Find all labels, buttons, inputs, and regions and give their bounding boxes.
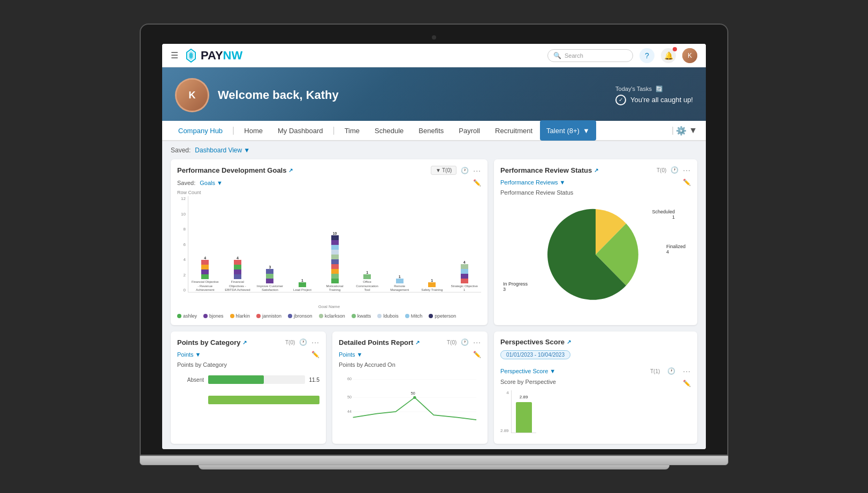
review-more-icon[interactable]: ··· <box>683 166 691 174</box>
persp-ext-link-icon[interactable]: ↗ <box>567 339 571 345</box>
svg-text:50: 50 <box>347 395 352 399</box>
persp-sub-label: Score by Perspective <box>500 379 556 385</box>
detailed-more-icon[interactable]: ··· <box>473 338 481 346</box>
bar-stack-3[interactable] <box>266 269 273 283</box>
legend-kclarkson: kclarkson <box>319 313 345 319</box>
search-box[interactable]: 🔍 Search <box>547 49 633 62</box>
points-filter-row: Points ▼ ✏️ <box>177 351 319 358</box>
bar-stack-2[interactable] <box>234 260 241 279</box>
goals-widget: Performance Development Goals ↗ ▼ T(0) 🕐… <box>171 159 488 325</box>
bar-seg <box>234 269 241 274</box>
nav-schedule[interactable]: Schedule <box>367 120 411 141</box>
bar-stack-4[interactable] <box>299 282 306 287</box>
content-area: Saved: Dashboard View ▼ Performance Deve… <box>162 141 706 449</box>
goals-clock-icon[interactable]: 🕐 <box>461 167 469 174</box>
review-edit-icon[interactable]: ✏️ <box>683 179 691 186</box>
logo[interactable]: PAYNW <box>184 48 242 63</box>
goals-filter-row: Saved: Goals ▼ ✏️ <box>177 179 481 187</box>
bar-label-1: Financial Objective - Revenue Achievemen… <box>191 280 219 292</box>
filter-icon: ▼ <box>436 167 441 173</box>
nav-company-hub[interactable]: Company Hub <box>171 120 230 141</box>
detailed-edit-icon[interactable]: ✏️ <box>473 351 481 358</box>
bar-stack-1[interactable] <box>201 260 209 279</box>
goals-filter-btn[interactable]: ▼ T(0) <box>431 166 456 175</box>
review-ext-link-icon[interactable]: ↗ <box>594 167 598 173</box>
saved-bar: Saved: Dashboard View ▼ <box>171 147 697 154</box>
review-filter-row: Performance Reviews ▼ ✏️ <box>500 179 691 186</box>
nav-my-dashboard[interactable]: My Dashboard <box>270 120 331 141</box>
laptop-foot <box>199 465 669 469</box>
persp-fill-1 <box>516 402 532 433</box>
points-ext-link-icon[interactable]: ↗ <box>242 340 247 345</box>
points-edit-icon[interactable]: ✏️ <box>311 351 319 358</box>
legend-dot <box>256 314 261 318</box>
detailed-line-chart: 60 50 44 50 <box>339 371 481 435</box>
legend-dot <box>203 314 208 318</box>
review-title: Performance Review Status ↗ <box>500 166 598 174</box>
dashboard-view-link[interactable]: Dashboard View ▼ <box>195 147 250 154</box>
bar-seg <box>461 264 468 269</box>
goals-edit-icon[interactable]: ✏️ <box>473 179 481 187</box>
persp-edit-icon[interactable]: ✏️ <box>683 380 691 387</box>
detailed-filter-row: Points ▼ ✏️ <box>339 351 481 358</box>
goals-more-icon[interactable]: ··· <box>473 166 481 175</box>
points-filter-link[interactable]: Points ▼ <box>177 351 201 358</box>
goals-ext-link-icon[interactable]: ↗ <box>288 167 293 173</box>
nav-home[interactable]: Home <box>237 120 270 141</box>
persp-clock-icon[interactable]: 🕐 <box>667 367 675 375</box>
points-more-icon[interactable]: ··· <box>311 338 319 346</box>
review-sub-label: Performance Review Status <box>500 189 691 196</box>
gear-icon-nav[interactable]: ⚙️ ▼ <box>676 126 697 136</box>
nav-items: Company Hub | Home My Dashboard | Time S… <box>171 120 669 141</box>
points-fill-absent <box>208 375 264 384</box>
bar-group-6: 1 Office Communication Tool <box>352 271 383 292</box>
bar-seg <box>396 279 403 283</box>
bar-seg <box>331 245 339 250</box>
review-filter-link[interactable]: Performance Reviews ▼ <box>500 179 565 186</box>
legend-dot <box>177 314 181 318</box>
legend-bjones: bjones <box>203 313 224 319</box>
legend-dot <box>230 314 234 318</box>
nav-benefits[interactable]: Benefits <box>411 120 451 141</box>
review-pie-chart <box>542 201 649 308</box>
points-controls: T(0) 🕐 ··· <box>285 338 319 346</box>
bar-stack-8[interactable] <box>428 282 436 287</box>
nav-payroll[interactable]: Payroll <box>451 120 488 141</box>
x-axis-label: Goal Name <box>177 304 481 309</box>
bottom-widget-row: Points by Category ↗ T(0) 🕐 ··· P <box>171 332 697 444</box>
bar-group-2: 4 Financial Objectives - EBITDA Achieved <box>222 256 254 292</box>
tasks-status-text: You're all caught up! <box>630 96 693 104</box>
detailed-clock-icon[interactable]: 🕐 <box>461 338 469 346</box>
review-clock-icon[interactable]: 🕐 <box>671 166 679 174</box>
points-fill-second <box>208 396 319 404</box>
points-clock-icon[interactable]: 🕐 <box>299 338 307 346</box>
tasks-label: Today's Tasks <box>615 86 652 92</box>
nav-icons: ? 🔔 K <box>639 48 697 63</box>
goals-saved-link[interactable]: Goals ▼ <box>200 180 223 186</box>
points-track-absent <box>208 375 305 384</box>
nav-recruitment[interactable]: Recruitment <box>488 120 540 141</box>
notification-icon[interactable]: 🔔 <box>661 48 676 63</box>
user-avatar[interactable]: K <box>682 48 697 63</box>
detailed-filter-link[interactable]: Points ▼ <box>339 351 362 358</box>
persp-dropdown-icon: ▼ <box>550 368 555 374</box>
refresh-icon[interactable]: 🔄 <box>656 86 663 92</box>
bar-stack-6[interactable] <box>363 274 371 279</box>
persp-more-icon[interactable]: ··· <box>683 367 691 375</box>
persp-filter-link[interactable]: Perspective Score ▼ <box>500 368 555 374</box>
bar-stack-5[interactable] <box>331 235 339 283</box>
help-icon[interactable]: ? <box>639 48 654 63</box>
nav-talent[interactable]: Talent (8+) ▼ <box>540 120 596 141</box>
detailed-ext-link-icon[interactable]: ↗ <box>415 340 420 345</box>
bar-seg <box>331 274 339 279</box>
nav-time[interactable]: Time <box>337 120 367 141</box>
bar-stack-7[interactable] <box>396 279 403 283</box>
bar-stack-9[interactable] <box>461 264 468 283</box>
bar-label-2: Financial Objectives - EBITDA Achieved <box>224 280 252 292</box>
hamburger-icon[interactable]: ☰ <box>171 50 178 60</box>
bar-seg <box>234 260 241 265</box>
legend-dot <box>405 314 409 318</box>
hero-avatar: K <box>175 78 209 112</box>
review-widget: Performance Review Status ↗ T(0) 🕐 ··· <box>494 159 697 325</box>
persp-date-filter[interactable]: 01/01/2023 - 10/04/2023 <box>500 350 570 359</box>
